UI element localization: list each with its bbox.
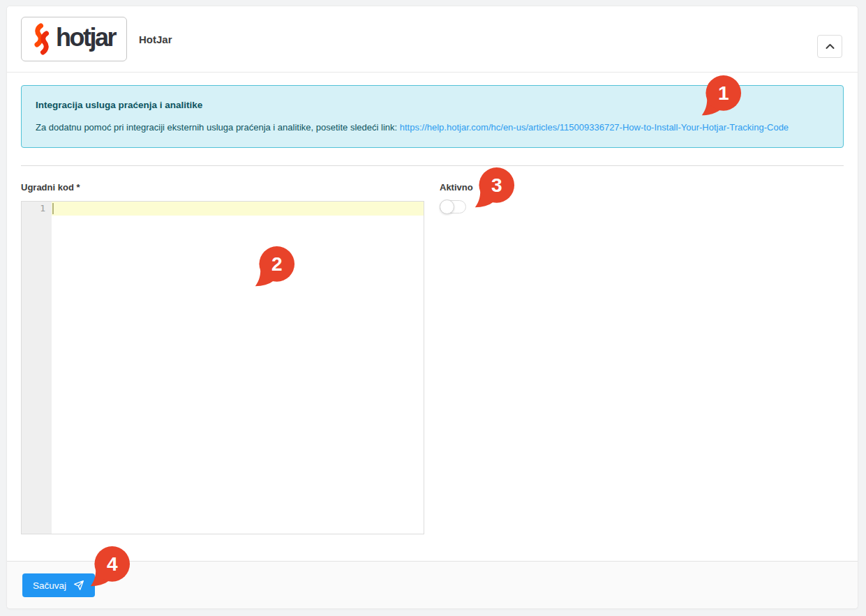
callout-badge-3-number: 3 [491, 174, 502, 196]
send-icon [73, 580, 84, 591]
save-button[interactable]: Sačuvaj [22, 573, 95, 597]
page-title: HotJar [139, 33, 172, 45]
card-header: hotjar HotJar [7, 6, 858, 73]
save-button-label: Sačuvaj [33, 580, 66, 591]
info-alert-text-span: Za dodatnu pomoć pri integraciji ekstern… [36, 122, 397, 133]
callout-badge-4-number: 4 [107, 553, 118, 575]
chevron-up-icon [826, 43, 835, 50]
callout-badge-3: 3 [473, 167, 515, 209]
callout-badge-4: 4 [89, 546, 130, 588]
active-label: Aktivno [440, 182, 473, 193]
active-column: Aktivno [440, 182, 473, 534]
form-row: Ugradni kod * 1 Aktivno [21, 166, 844, 534]
embed-code-label: Ugradni kod * [21, 182, 424, 193]
page: { "header": { "logo_text": "hotjar", "ti… [0, 0, 866, 616]
embed-code-column: Ugradni kod * 1 [21, 182, 424, 534]
editor-gutter: 1 [22, 202, 52, 534]
hotjar-logo-wordmark: hotjar [56, 25, 115, 53]
active-toggle-knob [440, 200, 454, 214]
callout-badge-2: 2 [253, 246, 295, 288]
info-alert-text: Za dodatnu pomoć pri integraciji ekstern… [36, 121, 829, 133]
callout-badge-1-number: 1 [718, 82, 729, 104]
help-link[interactable]: https://help.hotjar.com/hc/en-us/article… [400, 122, 789, 133]
callout-badge-2-number: 2 [271, 253, 283, 275]
editor-active-line [52, 202, 424, 216]
editor-line-number: 1 [22, 202, 52, 216]
hotjar-flame-icon [33, 23, 51, 55]
embed-code-editor[interactable]: 1 [21, 201, 424, 534]
collapse-button[interactable] [817, 35, 842, 58]
callout-badge-1: 1 [700, 75, 742, 117]
active-toggle[interactable] [440, 200, 466, 213]
editor-content[interactable] [52, 202, 424, 534]
hotjar-logo: hotjar [21, 17, 127, 61]
editor-caret [52, 203, 54, 214]
card-footer: Sačuvaj [7, 561, 858, 608]
